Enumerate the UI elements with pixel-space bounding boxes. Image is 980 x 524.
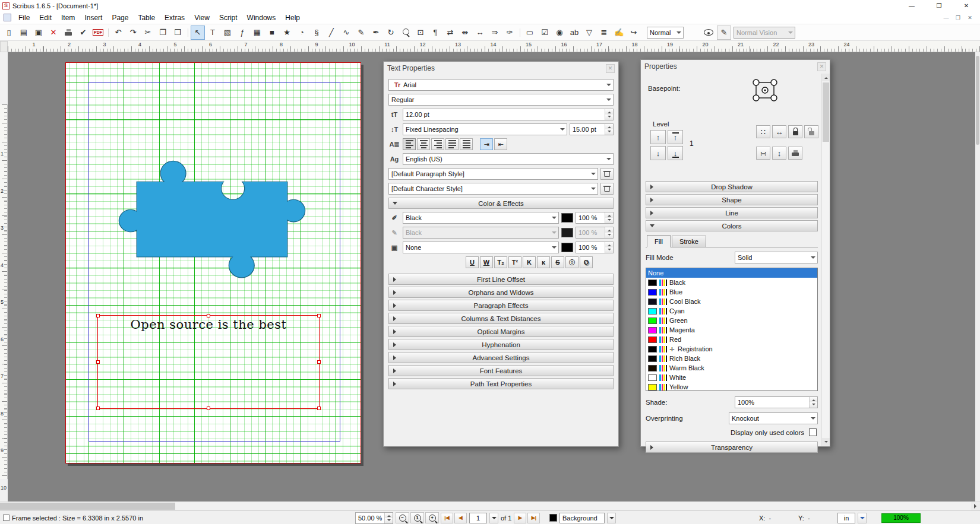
panel-title-bar[interactable]: Text Properties ✕ — [384, 62, 618, 75]
raise-to-top-button[interactable]: ↑ — [668, 130, 683, 144]
paragraph-style-select[interactable]: [Default Paragraph Style] — [388, 168, 598, 180]
copy-item-properties-button[interactable]: ⇒ — [488, 26, 502, 40]
enable-printing-button[interactable] — [788, 147, 802, 160]
display-only-used-colors-checkbox[interactable] — [809, 428, 817, 436]
color-item[interactable]: Rich Black — [646, 354, 817, 363]
link-text-frames-button[interactable]: ⇄ — [443, 26, 457, 40]
scroll-right-icon[interactable] — [971, 502, 980, 510]
rotate-item-button[interactable]: ↻ — [384, 26, 398, 40]
linespacing-mode-select[interactable]: Fixed Linespacing — [403, 123, 567, 135]
vision-mode-select[interactable]: Normal Vision — [734, 27, 795, 39]
mdi-minimize-button[interactable]: — — [941, 13, 951, 23]
small-caps-button[interactable]: ᴋ — [537, 256, 550, 268]
scrollbar-thumb[interactable] — [0, 503, 175, 510]
section-paragraph-effects[interactable]: Paragraph Effects — [388, 300, 614, 311]
insert-render-frame-button[interactable]: ƒ — [235, 26, 249, 40]
canvas[interactable]: Open source is the best Text Properties … — [8, 52, 975, 501]
next-page-button[interactable]: ▶ — [514, 513, 526, 523]
unit-dropdown[interactable] — [858, 513, 867, 523]
raise-button[interactable]: ↑ — [650, 130, 666, 144]
text-stroke-color-select[interactable]: Black — [403, 227, 559, 239]
lower-button[interactable]: ↓ — [650, 146, 666, 160]
all-caps-button[interactable]: K — [523, 256, 536, 268]
align-center-button[interactable] — [417, 138, 430, 150]
tab-stroke[interactable]: Stroke — [672, 236, 706, 247]
section-font-features[interactable]: Font Features — [388, 365, 614, 376]
minimize-button[interactable]: — — [898, 0, 925, 11]
character-style-select[interactable]: [Default Character Style] — [388, 183, 598, 195]
color-item[interactable]: ✛ Registration — [646, 344, 817, 354]
trash-icon[interactable] — [600, 183, 614, 195]
section-columns-text-distances[interactable]: Columns & Text Distances — [388, 313, 614, 324]
horizontal-scrollbar[interactable] — [0, 501, 980, 510]
menu-help[interactable]: Help — [280, 11, 305, 24]
color-item[interactable]: Cool Black — [646, 297, 817, 306]
color-picker-button[interactable]: ✑ — [502, 26, 517, 40]
fill-shade-input[interactable]: 100 % — [576, 212, 614, 224]
section-orphans-widows[interactable]: Orphans and Widows — [388, 287, 614, 298]
last-page-button[interactable]: ▶| — [527, 513, 540, 523]
spinner-arrows[interactable] — [605, 109, 613, 120]
section-transparency[interactable]: Transparency — [646, 442, 818, 453]
preview-mode-button[interactable] — [701, 26, 716, 40]
maximize-button[interactable]: ❐ — [925, 0, 953, 11]
section-color-effects[interactable]: Color & Effects — [388, 198, 614, 209]
redo-button[interactable]: ↷ — [126, 26, 140, 40]
page-number-dropdown[interactable] — [489, 513, 498, 523]
align-left-button[interactable] — [403, 138, 416, 150]
insert-polygon-button[interactable]: ★ — [280, 26, 294, 40]
color-item[interactable]: Black — [646, 278, 817, 287]
fill-mode-select[interactable]: Solid — [735, 252, 818, 263]
close-icon[interactable]: ✕ — [817, 62, 826, 71]
section-first-line-offset[interactable]: First Line Offset — [388, 274, 614, 285]
menu-page[interactable]: Page — [107, 11, 133, 24]
spinner-arrows[interactable] — [605, 124, 613, 135]
unlink-text-frames-button[interactable]: ⇹ — [458, 26, 472, 40]
section-advanced-settings[interactable]: Advanced Settings — [388, 352, 614, 363]
vertical-scrollbar[interactable] — [975, 52, 980, 501]
align-right-button[interactable] — [431, 138, 444, 150]
pdf-radio-button[interactable]: ◉ — [552, 26, 567, 40]
superscript-button[interactable]: T² — [508, 256, 521, 268]
subscript-button[interactable]: T₂ — [494, 256, 507, 268]
zoom-in-button[interactable]: + — [425, 512, 439, 523]
pdf-link-annotation-button[interactable]: ↪ — [627, 26, 641, 40]
edit-contents-button[interactable]: ⊡ — [413, 26, 428, 40]
menu-script[interactable]: Script — [214, 11, 242, 24]
color-item[interactable]: Yellow — [646, 382, 817, 391]
spinner-arrows[interactable] — [384, 513, 393, 523]
properties-scrollbar[interactable] — [821, 74, 829, 446]
strikeout-button[interactable]: S — [551, 256, 564, 268]
print-button[interactable] — [61, 26, 75, 40]
overprinting-select[interactable]: Knockout — [729, 412, 818, 424]
align-force-justify-button[interactable] — [460, 138, 473, 150]
shadow-button[interactable]: O — [580, 256, 593, 268]
pdf-text-field-button[interactable]: ab — [567, 26, 581, 40]
close-icon[interactable]: ✕ — [606, 64, 615, 73]
menu-view[interactable]: View — [189, 11, 214, 24]
spinner-arrows[interactable] — [605, 242, 613, 253]
insert-line-button[interactable]: ╱ — [324, 26, 339, 40]
insert-shape-button[interactable]: ■ — [265, 26, 279, 40]
basepoint-selector[interactable] — [750, 78, 780, 104]
menu-file[interactable]: File — [14, 11, 34, 24]
pdf-text-annotation-button[interactable]: ✍ — [612, 26, 626, 40]
resize-handle[interactable] — [317, 407, 321, 410]
outline-button[interactable]: O — [565, 256, 578, 268]
ruler-corner[interactable] — [0, 41, 8, 52]
mdi-close-button[interactable]: ✕ — [965, 13, 975, 23]
ungroup-button[interactable]: ∺ — [756, 147, 770, 160]
edit-in-preview-button[interactable]: ✎ — [717, 26, 731, 40]
text-background-color-select[interactable]: None — [403, 242, 559, 253]
insert-table-button[interactable]: ▦ — [250, 26, 264, 40]
insert-spiral-button[interactable]: § — [309, 26, 324, 40]
spinner-arrows[interactable] — [605, 212, 613, 223]
linespacing-value-input[interactable]: 15.00 pt — [570, 123, 614, 135]
unit-select[interactable]: in — [837, 513, 855, 523]
page-number-input[interactable]: 1 — [469, 513, 487, 523]
save-button[interactable]: ▣ — [31, 26, 46, 40]
pdf-combo-box-button[interactable]: ▽ — [582, 26, 596, 40]
resize-handle[interactable] — [207, 314, 210, 317]
language-select[interactable]: English (US) — [403, 153, 614, 165]
scrollbar-thumb[interactable] — [823, 82, 829, 142]
